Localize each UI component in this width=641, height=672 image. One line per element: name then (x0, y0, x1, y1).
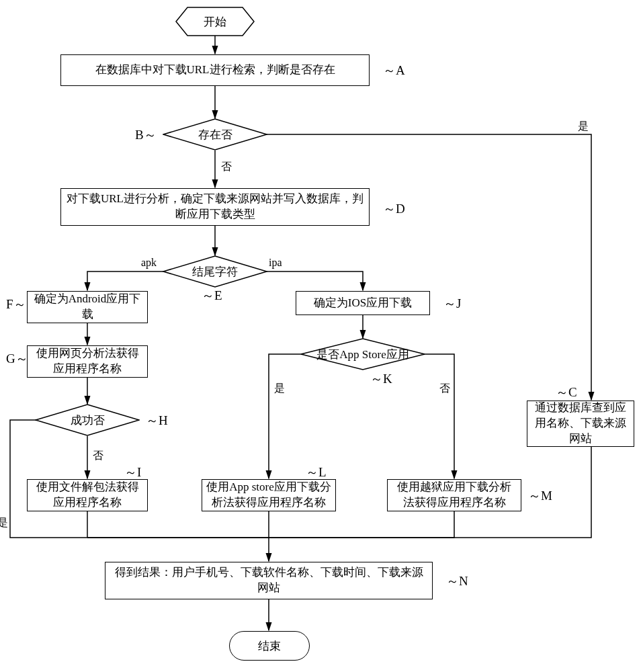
start-terminator: 开始 (175, 7, 255, 36)
node-h: 成功否 (35, 404, 140, 436)
node-m: 使用越狱应用下载分析法获得应用程序名称 (387, 479, 521, 511)
label-i: ～I (124, 464, 141, 481)
label-l: ～L (306, 464, 327, 481)
node-m-text: 使用越狱应用下载分析法获得应用程序名称 (392, 480, 517, 511)
edge-e-apk: apk (141, 257, 157, 269)
edge-b-no: 否 (221, 160, 232, 174)
flowchart-canvas: 开始 在数据库中对下载URL进行检索，判断是否存在 ～A 存在否 B～ 是 否 … (0, 0, 641, 672)
label-d: ～D (383, 200, 405, 218)
node-k: 是否App Store应用 (300, 338, 425, 370)
label-f: F～ (6, 296, 26, 313)
start-label: 开始 (204, 14, 226, 30)
node-n: 得到结果：用户手机号、下载软件名称、下载时间、下载来源网站 (105, 562, 433, 599)
end-label: 结束 (258, 638, 281, 654)
label-k: ～K (370, 370, 392, 388)
node-j-text: 确定为IOS应用下载 (314, 296, 412, 311)
node-e: 结尾字符 (163, 255, 267, 288)
node-c-text: 通过数据库查到应用名称、下载来源网站 (531, 401, 630, 447)
edge-k-no: 否 (439, 382, 450, 396)
node-h-text: 成功否 (65, 413, 110, 428)
label-n: ～N (446, 573, 468, 590)
node-a: 在数据库中对下载URL进行检索，判断是否存在 (60, 54, 370, 86)
node-f-text: 确定为Android应用下载 (32, 292, 143, 323)
node-b-text: 存在否 (193, 127, 238, 142)
end-terminator: 结束 (229, 631, 310, 661)
node-d: 对下载URL进行分析，确定下载来源网站并写入数据库，判断应用下载类型 (60, 188, 370, 226)
edge-k-yes: 是 (274, 382, 285, 396)
label-c: ～C (556, 384, 577, 401)
label-a: ～A (383, 62, 405, 79)
label-b: B～ (135, 126, 157, 144)
node-i: 使用文件解包法获得应用程序名称 (27, 479, 148, 511)
node-d-text: 对下载URL进行分析，确定下载来源网站并写入数据库，判断应用下载类型 (65, 192, 365, 222)
node-l-text: 使用App store应用下载分析法获得应用程序名称 (206, 480, 331, 511)
edge-e-ipa: ipa (269, 257, 282, 269)
node-j: 确定为IOS应用下载 (296, 291, 430, 315)
node-f: 确定为Android应用下载 (27, 291, 148, 323)
edge-b-yes: 是 (578, 120, 589, 134)
node-i-text: 使用文件解包法获得应用程序名称 (32, 480, 143, 511)
node-a-text: 在数据库中对下载URL进行检索，判断是否存在 (95, 62, 335, 78)
edge-h-yes: 是 (0, 516, 8, 530)
label-e: ～E (202, 287, 222, 304)
label-m: ～M (528, 487, 552, 505)
node-n-text: 得到结果：用户手机号、下载软件名称、下载时间、下载来源网站 (110, 565, 428, 596)
label-h: ～H (146, 412, 168, 429)
node-l: 使用App store应用下载分析法获得应用程序名称 (202, 479, 336, 511)
node-g: 使用网页分析法获得应用程序名称 (27, 345, 148, 378)
label-g: G～ (6, 350, 28, 368)
node-e-text: 结尾字符 (187, 264, 243, 280)
edge-h-no: 否 (93, 449, 103, 463)
label-j: ～J (443, 295, 461, 312)
node-k-text: 是否App Store应用 (311, 347, 414, 362)
node-c: 通过数据库查到应用名称、下载来源网站 (527, 401, 634, 447)
node-b: 存在否 (163, 118, 267, 151)
node-g-text: 使用网页分析法获得应用程序名称 (32, 346, 143, 377)
